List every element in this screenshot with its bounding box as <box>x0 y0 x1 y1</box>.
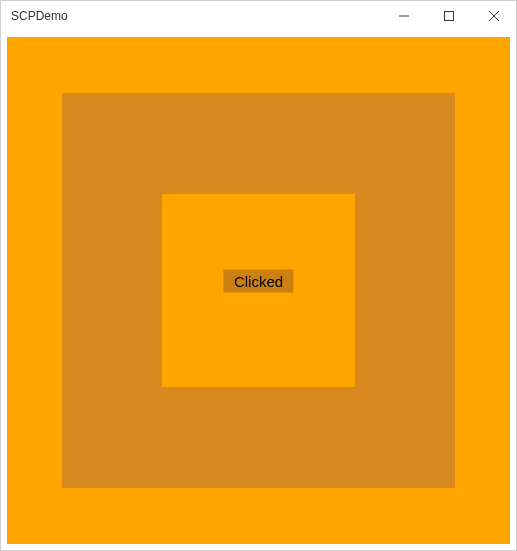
svg-rect-1 <box>444 12 453 21</box>
window-title: SCPDemo <box>11 9 68 23</box>
clicked-button[interactable]: Clicked <box>224 269 293 292</box>
close-button[interactable] <box>471 1 516 31</box>
maximize-icon <box>444 11 454 21</box>
middle-panel: Clicked <box>62 93 454 488</box>
maximize-button[interactable] <box>426 1 471 31</box>
close-icon <box>489 11 499 21</box>
title-bar: SCPDemo <box>1 1 516 31</box>
window-controls <box>381 1 516 31</box>
app-window: SCPDemo Clicked <box>0 0 517 551</box>
outer-panel: Clicked <box>7 37 510 544</box>
client-area: Clicked <box>1 31 516 550</box>
minimize-button[interactable] <box>381 1 426 31</box>
inner-panel: Clicked <box>162 194 354 388</box>
minimize-icon <box>399 11 409 21</box>
